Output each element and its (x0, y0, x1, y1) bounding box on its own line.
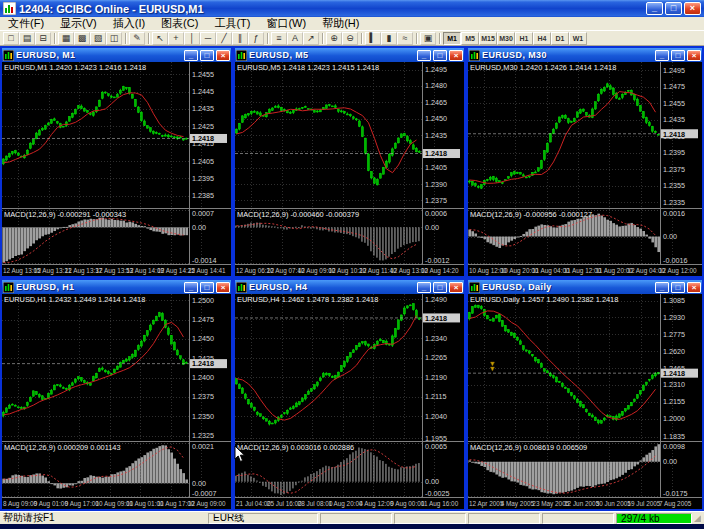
candlestick-button[interactable]: ▮ (381, 32, 397, 45)
chart-h4-minimize-button[interactable]: _ (417, 282, 431, 293)
svg-text:-0.0016: -0.0016 (663, 256, 687, 265)
chart-m30-close-button[interactable]: × (687, 50, 701, 61)
chart-window-title: EURUSD, H4 (249, 282, 415, 292)
arrow-tool-button[interactable]: ↗ (303, 32, 319, 45)
svg-text:-0.0012: -0.0012 (425, 256, 449, 265)
menu-item-2[interactable]: 插入(I) (105, 16, 153, 31)
chart-window-title: EURUSD, Daily (482, 282, 653, 292)
chart-canvas-daily[interactable]: 1.30851.29301.27751.26201.24651.23101.21… (468, 294, 702, 509)
vertical-line-button[interactable]: │ (184, 32, 200, 45)
timeframe-m5-button[interactable]: M5 (461, 32, 479, 45)
chart-h4-close-button[interactable]: × (449, 282, 463, 293)
chart-window-titlebar-m5[interactable]: EURUSD, M5_□× (235, 48, 464, 62)
chart-canvas-h1[interactable]: 1.25001.24751.24501.24251.24001.23751.23… (2, 294, 231, 509)
navigator-button[interactable]: ▧ (90, 32, 106, 45)
chart-canvas-m1[interactable]: 1.24551.24451.24351.24251.24151.24051.23… (2, 62, 231, 276)
timeframe-h4-button[interactable]: H4 (533, 32, 551, 45)
chart-m5-maximize-button[interactable]: □ (433, 50, 447, 61)
svg-text:1.2115: 1.2115 (425, 392, 446, 401)
svg-text:1.2418: 1.2418 (663, 369, 685, 378)
timeframe-m15-button[interactable]: M15 (479, 32, 497, 45)
chart-window-titlebar-h4[interactable]: EURUSD, H4_□× (235, 280, 464, 294)
menu-item-5[interactable]: 窗口(W) (258, 16, 314, 31)
crosshair-button[interactable]: + (168, 32, 184, 45)
trendline-button[interactable]: ╱ (216, 32, 232, 45)
status-help-text: 帮助请按F1 (3, 511, 206, 525)
chart-window-titlebar-h1[interactable]: EURUSD, H1_□× (2, 280, 231, 294)
market-watch-button[interactable]: ▦ (58, 32, 74, 45)
indicators-button[interactable]: ≡ (271, 32, 287, 45)
chart-m1-maximize-button[interactable]: □ (200, 50, 214, 61)
svg-text:1.2465: 1.2465 (425, 98, 447, 107)
chart-m5-minimize-button[interactable]: _ (417, 50, 431, 61)
chart-m30-minimize-button[interactable]: _ (655, 50, 669, 61)
menu-item-0[interactable]: 文件(F) (0, 16, 52, 31)
line-chart-button[interactable]: ≈ (397, 32, 413, 45)
svg-text:EURUSD,Daily 1.2457 1.2490 1.2: EURUSD,Daily 1.2457 1.2490 1.2382 1.2418 (470, 295, 618, 304)
chart-window-daily: EURUSD, Daily_□×1.30851.29301.27751.2620… (466, 278, 704, 511)
svg-text:1.2455: 1.2455 (192, 70, 214, 79)
horizontal-line-button[interactable]: ─ (200, 32, 216, 45)
svg-text:MACD(12,26,9) 0.000209 0.0011: MACD(12,26,9) 0.000209 0.001143 (4, 443, 121, 452)
chart-h4-maximize-button[interactable]: □ (433, 282, 447, 293)
channel-button[interactable]: ∥ (232, 32, 248, 45)
chart-h1-close-button[interactable]: × (216, 282, 230, 293)
svg-text:1.2495: 1.2495 (663, 66, 685, 75)
bottom-strip (0, 524, 704, 529)
minimize-button[interactable]: _ (646, 2, 663, 15)
cursor-button[interactable]: ↖ (152, 32, 168, 45)
svg-text:1.2418: 1.2418 (425, 149, 447, 158)
tile-windows-button[interactable]: ▣ (420, 32, 436, 45)
timeframe-d1-button[interactable]: D1 (551, 32, 569, 45)
new-chart-button[interactable]: □ (3, 32, 19, 45)
zoom-out-button[interactable]: ⊖ (342, 32, 358, 45)
chart-daily-maximize-button[interactable]: □ (671, 282, 685, 293)
chart-window-titlebar-daily[interactable]: EURUSD, Daily_□× (468, 280, 702, 294)
chart-h1-minimize-button[interactable]: _ (184, 282, 198, 293)
chart-window-m5: EURUSD, M5_□×1.24951.24801.24651.24501.2… (233, 46, 466, 278)
svg-text:0.00: 0.00 (192, 479, 206, 488)
window-titlebar[interactable]: 12404: GCIBC Online - EURUSD,M1 _ □ × (0, 0, 704, 17)
toolbar-separator (148, 33, 149, 44)
new-order-button[interactable]: ✎ (129, 32, 145, 45)
menu-item-6[interactable]: 帮助(H) (314, 16, 367, 31)
chart-m1-minimize-button[interactable]: _ (184, 50, 198, 61)
menu-item-1[interactable]: 显示(V) (52, 16, 105, 31)
chart-m1-close-button[interactable]: × (216, 50, 230, 61)
fibonacci-button[interactable]: ƒ (248, 32, 264, 45)
timeframe-m30-button[interactable]: M30 (497, 32, 515, 45)
menu-item-3[interactable]: 图表(C) (153, 16, 206, 31)
chart-m5-close-button[interactable]: × (449, 50, 463, 61)
chart-m30-maximize-button[interactable]: □ (671, 50, 685, 61)
text-button[interactable]: A (287, 32, 303, 45)
terminal-button[interactable]: ◫ (106, 32, 122, 45)
chart-window-titlebar-m30[interactable]: EURUSD, M30_□× (468, 48, 702, 62)
chart-daily-minimize-button[interactable]: _ (655, 282, 669, 293)
chart-h1-maximize-button[interactable]: □ (200, 282, 214, 293)
chart-daily-close-button[interactable]: × (687, 282, 701, 293)
chart-canvas-m5[interactable]: 1.24951.24801.24651.24501.24351.24201.24… (235, 62, 464, 276)
maximize-button[interactable]: □ (665, 2, 682, 15)
close-button[interactable]: × (684, 2, 701, 15)
svg-text:1.2400: 1.2400 (192, 373, 214, 382)
chart-window-titlebar-m1[interactable]: EURUSD, M1_□× (2, 48, 231, 62)
chart-canvas-m30[interactable]: 1.24951.24751.24551.24351.24151.23951.23… (468, 62, 702, 276)
timeframe-w1-button[interactable]: W1 (569, 32, 587, 45)
svg-text:1.2375: 1.2375 (192, 392, 214, 401)
timeframe-m1-button[interactable]: M1 (443, 32, 461, 45)
svg-text:1.2455: 1.2455 (663, 99, 685, 108)
print-button[interactable]: ⊟ (35, 32, 51, 45)
svg-text:1 Aug 20:00: 1 Aug 20:00 (329, 500, 364, 508)
toolbar-separator (416, 33, 417, 44)
toolbar-separator (267, 33, 268, 44)
svg-text:1.2040: 1.2040 (425, 412, 447, 421)
zoom-in-button[interactable]: ⊕ (326, 32, 342, 45)
profiles-button[interactable]: ▤ (19, 32, 35, 45)
chart-canvas-h4[interactable]: 1.24901.24151.23401.22651.21901.21151.20… (235, 294, 464, 509)
data-window-button[interactable]: ▩ (74, 32, 90, 45)
bar-chart-button[interactable]: ▍ (365, 32, 381, 45)
svg-text:MACD(12,26,9) 0.003016 0.0028: MACD(12,26,9) 0.003016 0.002886 (237, 443, 354, 452)
chart-window-h1: EURUSD, H1_□×1.25001.24751.24501.24251.2… (0, 278, 233, 511)
menu-item-4[interactable]: 工具(T) (206, 16, 258, 31)
timeframe-h1-button[interactable]: H1 (515, 32, 533, 45)
